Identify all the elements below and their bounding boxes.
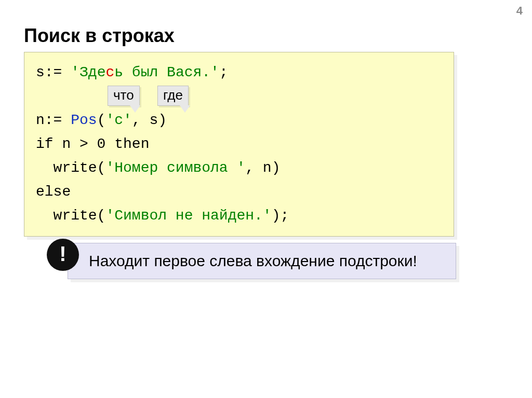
l5-pre: write(: [36, 160, 105, 176]
l7-pre: write(: [36, 208, 105, 224]
l4: if n > 0 then: [36, 136, 149, 152]
tooltip-what: что: [108, 86, 140, 106]
l3-paren: (: [97, 112, 106, 128]
code-content: s:= 'Здесь был Вася.'; n:= Pos('с', s) i…: [36, 61, 442, 228]
l1-str-a: Зде: [79, 64, 105, 80]
l3-pre: n:=: [36, 112, 71, 128]
code-block: s:= 'Здесь был Вася.'; n:= Pos('с', s) i…: [24, 52, 454, 237]
slide: 4 Поиск в строках s:= 'Здесь был Вася.';…: [0, 0, 532, 398]
tooltip-where: где: [157, 86, 189, 106]
l1-quote-close: ': [210, 64, 219, 80]
l7-str: 'Символ не найден.': [105, 208, 271, 224]
page-number: 4: [516, 4, 523, 18]
l3-rest: , s): [132, 112, 167, 128]
l5-rest: , n): [245, 160, 280, 176]
page-title: Поиск в строках: [24, 25, 175, 47]
note-text: Находит первое слева вхождение подстроки…: [89, 251, 445, 271]
l1-semicolon: ;: [219, 64, 228, 80]
exclamation-icon: !: [59, 243, 66, 264]
note-box: Находит первое слева вхождение подстроки…: [68, 243, 456, 279]
l2-blank: [36, 88, 45, 104]
l1-str-highlight: с: [105, 64, 114, 80]
l7-rest: );: [272, 208, 289, 224]
l6: else: [36, 184, 71, 200]
l1-quote-open: ': [71, 64, 79, 80]
l1-str-b: ь был Вася.: [114, 64, 210, 80]
tooltip-where-label: где: [163, 87, 183, 103]
l1-pre: s:=: [36, 64, 71, 80]
l3-arg1: 'с': [105, 112, 131, 128]
tooltip-what-label: что: [113, 87, 134, 103]
l3-fn: Pos: [71, 112, 97, 128]
exclamation-badge: !: [47, 239, 79, 271]
l5-str: 'Номер символа ': [105, 160, 245, 176]
